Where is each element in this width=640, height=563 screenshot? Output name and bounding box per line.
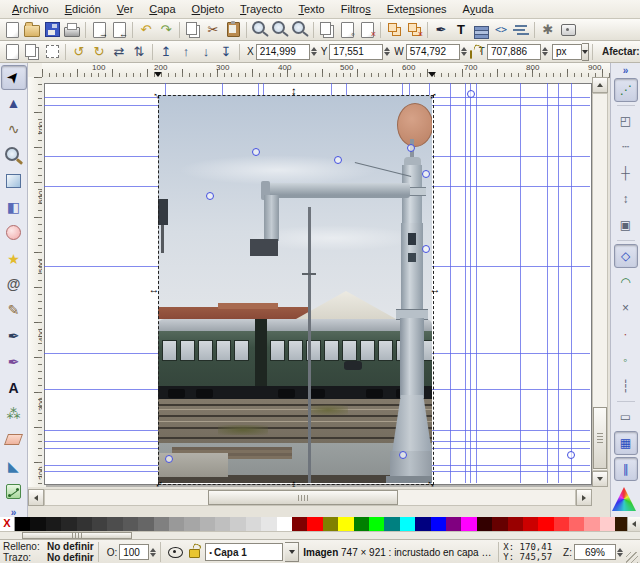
horizontal-ruler[interactable]: 100200300400500600700800900 — [42, 63, 610, 78]
palette-swatch[interactable] — [92, 517, 107, 531]
export-icon[interactable]: ← — [109, 20, 129, 39]
tool-paint-bucket[interactable]: ◣ — [1, 453, 27, 478]
select-all-layers-icon[interactable] — [22, 42, 42, 61]
palette-swatch[interactable] — [292, 517, 307, 531]
guide-anchor[interactable] — [165, 455, 173, 463]
guide-vertical[interactable] — [476, 83, 477, 483]
palette-swatch[interactable] — [492, 517, 507, 531]
guide-vertical[interactable] — [558, 83, 559, 483]
tool-tweak[interactable]: ∿ — [1, 117, 27, 142]
tool-zoom[interactable] — [1, 143, 27, 168]
tool-node-editor[interactable]: ▲ — [1, 91, 27, 116]
palette-swatch[interactable] — [154, 517, 169, 531]
palette-swatch[interactable] — [584, 517, 599, 531]
menu-texto[interactable]: Texto — [290, 2, 332, 16]
select-all-icon[interactable] — [2, 42, 22, 61]
scroll-left-button[interactable] — [28, 489, 44, 506]
tool-star[interactable]: ★ — [1, 246, 27, 271]
palette-swatch[interactable] — [354, 517, 369, 531]
preferences-icon[interactable]: ✱ — [538, 20, 558, 39]
menu-objeto[interactable]: Objeto — [184, 2, 232, 16]
snap-bbox-centers[interactable]: ▣ — [614, 213, 638, 237]
palette-swatch[interactable] — [538, 517, 553, 531]
raise-icon[interactable]: ↑ — [176, 42, 196, 61]
palette-swatch[interactable] — [261, 517, 276, 531]
raise-to-top-icon[interactable]: ↥ — [156, 42, 176, 61]
palette-swatch[interactable] — [477, 517, 492, 531]
selection-handle[interactable]: ↔ — [290, 87, 301, 98]
palette-swatch[interactable] — [400, 517, 415, 531]
tool-pen[interactable]: ✒ — [1, 324, 27, 349]
unit-dropdown-button[interactable] — [582, 43, 589, 61]
snapbar-overflow-chevron[interactable]: » — [623, 65, 629, 76]
height-spinner[interactable] — [542, 47, 548, 56]
layer-visibility-icon[interactable] — [168, 547, 183, 558]
snap-grid[interactable]: ▦ — [614, 431, 638, 455]
menu-extensiones[interactable]: Extensiones — [379, 2, 455, 16]
opacity-input[interactable]: 100 — [119, 544, 149, 560]
palette-swatch[interactable] — [415, 517, 430, 531]
tool-spiral[interactable]: @ — [1, 272, 27, 297]
layer-selector[interactable]: • Capa 1 — [205, 543, 283, 561]
group-icon[interactable] — [384, 20, 404, 39]
palette-swatch[interactable] — [200, 517, 215, 531]
palette-scrollbar-thumb[interactable] — [22, 532, 132, 539]
vertical-scrollbar[interactable] — [592, 77, 608, 487]
snap-nodes[interactable]: ◇ — [614, 244, 638, 268]
flip-vertical-icon[interactable]: ⇅ — [129, 42, 149, 61]
guide-vertical[interactable] — [465, 83, 466, 483]
menu-capa[interactable]: Capa — [141, 2, 183, 16]
snap-page-border[interactable]: ▭ — [614, 405, 638, 429]
ungroup-icon[interactable]: × — [404, 20, 424, 39]
menu-ayuda[interactable]: Ayuda — [455, 2, 502, 16]
palette-swatch[interactable] — [554, 517, 569, 531]
palette-swatch[interactable] — [384, 517, 399, 531]
fill-stroke-icon[interactable]: ✒ — [431, 20, 451, 39]
palette-swatch[interactable] — [323, 517, 338, 531]
palette-swatch[interactable] — [107, 517, 122, 531]
guide-anchor[interactable] — [407, 144, 415, 152]
open-document-icon[interactable] — [22, 20, 42, 39]
lower-to-bottom-icon[interactable]: ↧ — [216, 42, 236, 61]
xml-editor-icon[interactable]: <> — [491, 20, 511, 39]
new-document-icon[interactable] — [2, 20, 22, 39]
lower-icon[interactable]: ↓ — [196, 42, 216, 61]
x-input[interactable]: 214,999 — [256, 44, 310, 60]
tool-connector[interactable] — [1, 479, 27, 504]
tool-spray[interactable]: ⁂ — [1, 401, 27, 426]
height-input[interactable]: 707,886 — [487, 44, 541, 60]
tool-calligraphy[interactable]: ✒ — [1, 350, 27, 375]
horizontal-scrollbar[interactable] — [28, 489, 592, 506]
scroll-right-button[interactable] — [576, 489, 592, 506]
snap-bbox-corners[interactable]: ┼ — [614, 161, 638, 185]
palette-swatch[interactable] — [523, 517, 538, 531]
menu-trayecto[interactable]: Trayecto — [232, 2, 290, 16]
snap-cusp-nodes[interactable]: ∙ — [614, 322, 638, 346]
palette-swatch[interactable] — [230, 517, 245, 531]
opacity-spinner[interactable] — [150, 548, 156, 557]
guide-anchor[interactable] — [567, 451, 575, 459]
create-clone-icon[interactable]: ∘ — [337, 20, 357, 39]
guide-vertical[interactable] — [520, 83, 521, 483]
tool-rectangle[interactable] — [1, 169, 27, 194]
zoom-page-icon[interactable] — [290, 20, 310, 39]
snap-path-intersections[interactable]: × — [614, 296, 638, 320]
unit-select[interactable]: px — [552, 44, 582, 60]
text-dialog-icon[interactable]: T — [451, 20, 471, 39]
palette-scroll-left-button[interactable] — [627, 517, 640, 531]
selection-handle[interactable]: ↔ — [430, 284, 441, 295]
snap-smooth-nodes[interactable]: ◦ — [614, 348, 638, 372]
guide-anchor[interactable] — [422, 170, 430, 178]
guide-vertical[interactable] — [571, 83, 572, 483]
y-spinner[interactable] — [384, 47, 390, 56]
menu-archivo[interactable]: Archivo — [4, 2, 57, 16]
import-icon[interactable]: → — [89, 20, 109, 39]
palette-swatch[interactable] — [169, 517, 184, 531]
palette-swatch[interactable] — [184, 517, 199, 531]
redo-icon[interactable]: ↷ — [156, 20, 176, 39]
rotate-ccw-icon[interactable]: ↺ — [69, 42, 89, 61]
paste-icon[interactable] — [223, 20, 243, 39]
guide-anchor[interactable] — [334, 156, 342, 164]
copy-icon[interactable] — [183, 20, 203, 39]
palette-swatch[interactable] — [615, 517, 627, 531]
